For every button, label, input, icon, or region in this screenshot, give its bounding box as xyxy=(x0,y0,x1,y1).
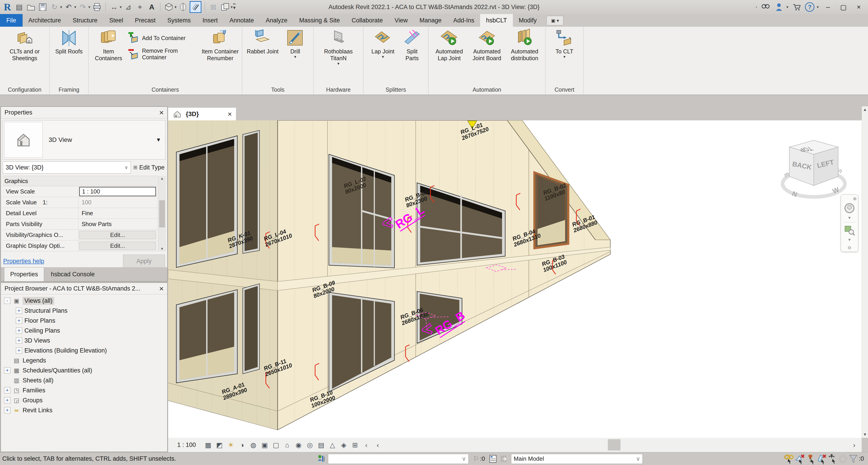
viewcube[interactable]: N W E S TOP BACK LEFT xyxy=(780,136,848,204)
tab-properties-palette[interactable]: Properties xyxy=(4,267,44,281)
split-parts-button[interactable]: Split Parts xyxy=(400,29,425,62)
project-browser-close-icon[interactable]: × xyxy=(159,284,164,293)
revit-logo-icon[interactable]: R xyxy=(2,2,13,12)
zoom-tool-icon[interactable] xyxy=(844,224,855,236)
tab-massing-site[interactable]: Massing & Site xyxy=(293,14,346,27)
zoom-caret[interactable]: ▾ xyxy=(848,237,850,242)
visual-style-icon[interactable]: ◩ xyxy=(215,440,224,450)
properties-close-icon[interactable]: × xyxy=(159,108,164,117)
tab-systems[interactable]: Systems xyxy=(161,14,197,27)
save-icon[interactable] xyxy=(37,2,48,12)
undo-caret[interactable]: ▾ xyxy=(74,5,76,9)
drag-elements-icon[interactable] xyxy=(827,454,838,464)
open-icon[interactable] xyxy=(26,2,36,12)
select-links-icon[interactable] xyxy=(784,454,795,464)
measure-icon[interactable]: ↔ xyxy=(109,2,119,12)
tree-item-legends[interactable]: ▤ Legends xyxy=(1,355,167,366)
default-3d-view-icon[interactable] xyxy=(164,2,174,12)
tab-view[interactable]: View xyxy=(389,14,414,27)
expand-icon[interactable]: + xyxy=(16,317,22,324)
detail-level-value[interactable]: Fine xyxy=(79,208,158,219)
sync-icon[interactable]: ↻ xyxy=(49,2,60,12)
undo-icon[interactable]: ↶ xyxy=(64,2,74,12)
type-selector-caret[interactable]: ▼ xyxy=(156,137,161,143)
steering-wheel-caret[interactable]: ▾ xyxy=(848,215,850,221)
tab-hsbclt[interactable]: hsbCLT xyxy=(480,14,513,27)
section-icon[interactable] xyxy=(178,2,188,12)
visibility-graphics-edit-button[interactable]: Edit... xyxy=(79,230,158,240)
vcb-collapse-icon[interactable]: ‹ xyxy=(362,440,371,450)
temporary-hide-isolate-icon[interactable]: ◉ xyxy=(293,440,304,450)
apply-button[interactable]: Apply xyxy=(123,255,165,268)
view-scale-control[interactable]: 1 : 100 xyxy=(177,441,196,448)
file-menu-icon[interactable]: ▤ xyxy=(14,2,24,12)
canvas-vertical-scrollbar[interactable]: ▲ ▼ xyxy=(862,106,868,438)
expand-icon[interactable]: + xyxy=(16,347,22,354)
tab-manage[interactable]: Manage xyxy=(414,14,447,27)
tab-add-ins[interactable]: Add-Ins xyxy=(447,14,480,27)
tree-item-families[interactable]: + ◳ Families xyxy=(1,385,167,395)
element-selector-combo[interactable]: 3D View: {3D} ∨ xyxy=(3,161,131,174)
filter-icon[interactable] xyxy=(848,454,859,464)
user-account-icon[interactable] xyxy=(774,2,784,12)
displacement-sets-icon[interactable]: ◈ xyxy=(339,440,349,450)
tree-item-elevations[interactable]: + Elevations (Building Elevation) xyxy=(1,346,167,355)
type-selector[interactable]: 3D View ▼ xyxy=(3,120,165,159)
tree-item-sheets[interactable]: ▥ Sheets (all) xyxy=(1,375,167,385)
tree-item-views-all[interactable]: - ▣ Views (all) xyxy=(1,296,167,306)
view-tab-close-icon[interactable]: × xyxy=(228,110,232,118)
panel-automation-label[interactable]: Automation xyxy=(429,85,545,94)
compass-n[interactable]: N xyxy=(791,190,798,198)
panel-convert-label[interactable]: Convert xyxy=(546,85,583,94)
canvas-horizontal-scrollbar[interactable]: ‹ › xyxy=(375,438,862,452)
parts-visibility-value[interactable]: Show Parts xyxy=(79,219,158,229)
tree-item-ceiling-plans[interactable]: + Ceiling Plans xyxy=(1,326,167,336)
scroll-down-icon[interactable]: ▼ xyxy=(863,432,867,437)
properties-title-bar[interactable]: Properties × xyxy=(1,107,167,118)
tree-item-schedules[interactable]: + ▦ Schedules/Quantities (all) xyxy=(1,366,167,375)
tab-file[interactable]: File xyxy=(0,14,23,27)
reveal-constraints-icon[interactable]: ⊞ xyxy=(350,440,360,450)
window-left-lower-narrow[interactable] xyxy=(243,284,259,374)
tab-insert[interactable]: Insert xyxy=(197,14,224,27)
tab-steel[interactable]: Steel xyxy=(103,14,129,27)
editable-only-icon[interactable] xyxy=(489,454,498,463)
item-containers-button[interactable]: Item Containers xyxy=(91,29,126,62)
aligned-dimension-icon[interactable]: ⊿ xyxy=(123,2,133,12)
search-icon[interactable] xyxy=(760,2,771,12)
tag-icon[interactable]: ⌖ xyxy=(135,2,145,12)
thin-lines-icon[interactable] xyxy=(190,1,202,13)
navbar-close-icon[interactable]: ⊗ xyxy=(853,196,857,201)
tab-analyze[interactable]: Analyze xyxy=(260,14,293,27)
split-roofs-button[interactable]: Split Roofs xyxy=(53,29,85,55)
tab-modify[interactable]: Modify xyxy=(513,14,543,27)
steering-wheel-icon[interactable] xyxy=(844,202,855,214)
temporary-view-properties-icon[interactable]: ▤ xyxy=(316,440,326,450)
scroll-down-icon[interactable]: ▼ xyxy=(160,247,164,251)
automated-distribution-button[interactable]: Automated distribution xyxy=(506,29,543,62)
redo-icon[interactable]: ↷ xyxy=(78,2,88,12)
shadows-icon[interactable]: ◑ xyxy=(237,440,247,450)
properties-help-link[interactable]: Properties help xyxy=(3,258,44,265)
tab-annotate[interactable]: Annotate xyxy=(223,14,260,27)
automated-joint-board-button[interactable]: Automated Joint Board xyxy=(469,29,505,62)
window-left-lower[interactable] xyxy=(176,290,237,383)
switch-windows-caret[interactable]: ▾ xyxy=(231,5,233,9)
view-scale-value[interactable]: 1 : 100 xyxy=(79,186,158,197)
unlocked-3d-view-icon[interactable]: ⌂ xyxy=(282,440,292,450)
panel-hardware-label[interactable]: Hardware xyxy=(314,85,363,94)
worksets-dropdown[interactable]: ∨ xyxy=(328,454,469,464)
text-icon[interactable]: A xyxy=(147,2,157,12)
automated-lap-joint-button[interactable]: Automated Lap Joint xyxy=(431,29,468,62)
select-by-face-icon[interactable] xyxy=(816,454,827,464)
ribbon-display-toggle[interactable]: ▣▾ xyxy=(547,16,563,25)
panel-splitters-label[interactable]: Splitters xyxy=(364,85,428,94)
scroll-left-icon[interactable]: ‹ xyxy=(377,438,379,452)
remove-from-container-button[interactable]: Remove From Container xyxy=(127,48,200,61)
drawing-area[interactable]: RG_L-012670x7520 RG_L-0280x2000 RG_K-012… xyxy=(168,120,862,438)
scroll-up-icon[interactable]: ▲ xyxy=(160,176,164,180)
panel-tools-label[interactable]: Tools xyxy=(242,85,313,94)
scroll-right-icon[interactable]: › xyxy=(853,438,855,452)
to-clt-button[interactable]: To CLT ▾ xyxy=(550,29,579,58)
help-icon[interactable]: ? xyxy=(805,2,814,12)
